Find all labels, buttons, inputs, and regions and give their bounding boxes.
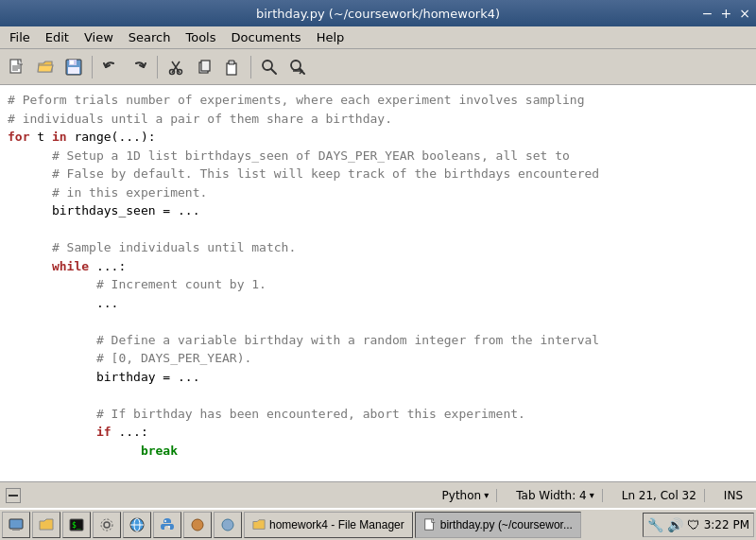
undo-button[interactable] — [97, 54, 124, 80]
toolbar-separator-3 — [250, 56, 251, 78]
statusbar-minimize[interactable] — [6, 488, 21, 503]
toolbar-separator-2 — [157, 56, 158, 78]
svg-rect-14 — [227, 63, 236, 75]
settings-button[interactable] — [93, 512, 121, 538]
menu-search[interactable]: Search — [123, 28, 177, 46]
show-desktop-button[interactable] — [2, 512, 30, 538]
paste-button[interactable] — [219, 54, 246, 80]
svg-point-26 — [104, 522, 110, 528]
editor-taskbar-label: birthday.py (~/coursewor... — [440, 518, 573, 531]
language-dropdown-arrow[interactable]: ▾ — [484, 490, 489, 500]
tab-width-indicator[interactable]: Tab Width: 4 ▾ — [508, 489, 603, 502]
svg-point-34 — [222, 519, 233, 531]
code-editor[interactable]: # Peform trials number of experiments, w… — [0, 85, 756, 481]
menu-documents[interactable]: Documents — [226, 28, 307, 46]
svg-rect-22 — [9, 519, 23, 529]
menu-tools[interactable]: Tools — [180, 28, 221, 46]
file-manager-taskbar-label: homework4 - File Manager — [269, 518, 404, 531]
redo-button[interactable] — [126, 54, 152, 80]
position-indicator: Ln 21, Col 32 — [614, 489, 705, 502]
maximize-btn[interactable]: + — [721, 6, 732, 21]
svg-rect-15 — [229, 61, 234, 64]
statusbar: Python ▾ Tab Width: 4 ▾ Ln 21, Col 32 IN… — [0, 481, 756, 508]
window-controls[interactable]: − + × — [702, 6, 750, 21]
taskbar: $_ homework4 - File Manager birthday.py … — [0, 508, 756, 540]
tab-width-label: Tab Width: 4 — [516, 489, 586, 502]
svg-rect-6 — [70, 61, 74, 64]
copy-button[interactable] — [191, 54, 217, 80]
minimize-btn[interactable]: − — [702, 6, 713, 21]
svg-rect-23 — [12, 529, 20, 531]
svg-point-31 — [164, 520, 166, 522]
tab-width-dropdown-arrow[interactable]: ▾ — [590, 490, 594, 500]
save-file-button[interactable] — [60, 54, 87, 80]
security-tray-icon[interactable]: 🛡 — [687, 517, 700, 532]
svg-rect-13 — [201, 61, 210, 71]
python-button[interactable] — [153, 512, 181, 538]
svg-point-33 — [192, 519, 203, 531]
cut-button[interactable] — [163, 54, 189, 80]
menu-file[interactable]: File — [4, 28, 36, 46]
svg-line-17 — [271, 69, 276, 74]
terminal-button[interactable]: $_ — [62, 512, 91, 538]
svg-point-32 — [168, 526, 170, 528]
new-file-button[interactable] — [4, 54, 30, 80]
network-tray-icon[interactable]: 🔧 — [647, 517, 663, 532]
language-label: Python — [442, 489, 482, 502]
open-file-button[interactable] — [32, 54, 59, 80]
statusbar-right: Python ▾ Tab Width: 4 ▾ Ln 21, Col 32 IN… — [21, 489, 750, 502]
language-indicator[interactable]: Python ▾ — [435, 489, 498, 502]
system-tray: 🔧 🔊 🛡 3:22 PM — [643, 513, 754, 537]
menu-help[interactable]: Help — [311, 28, 351, 46]
statusbar-left — [6, 488, 21, 503]
menubar: File Edit View Search Tools Documents He… — [0, 26, 756, 49]
file-manager-taskbar-button[interactable]: homework4 - File Manager — [244, 512, 413, 538]
editor-taskbar-button[interactable]: birthday.py (~/coursewor... — [415, 512, 581, 538]
browser-button[interactable] — [123, 512, 151, 538]
menu-edit[interactable]: Edit — [40, 28, 75, 46]
window-title: birthday.py (~/coursework/homework4) — [256, 7, 500, 21]
files-button[interactable] — [32, 512, 60, 538]
close-btn[interactable]: × — [739, 6, 750, 21]
svg-point-27 — [101, 519, 112, 531]
find-button[interactable] — [256, 54, 283, 80]
find-replace-button[interactable] — [284, 54, 311, 80]
svg-text:$_: $_ — [72, 521, 81, 530]
menu-view[interactable]: View — [78, 28, 119, 46]
titlebar: birthday.py (~/coursework/homework4) − +… — [0, 0, 756, 26]
extra1-button[interactable] — [214, 512, 242, 538]
svg-rect-21 — [9, 495, 18, 496]
editor-area[interactable]: # Peform trials number of experiments, w… — [0, 85, 756, 481]
toolbar-separator-1 — [92, 56, 93, 78]
system-clock: 3:22 PM — [704, 518, 749, 531]
toolbar — [0, 49, 756, 85]
insert-mode-label: INS — [724, 489, 743, 502]
position-label: Ln 21, Col 32 — [622, 489, 696, 502]
volume-tray-icon[interactable]: 🔊 — [667, 517, 683, 532]
theme-button[interactable] — [183, 512, 212, 538]
insert-mode-indicator: INS — [716, 489, 750, 502]
svg-rect-7 — [68, 67, 79, 74]
